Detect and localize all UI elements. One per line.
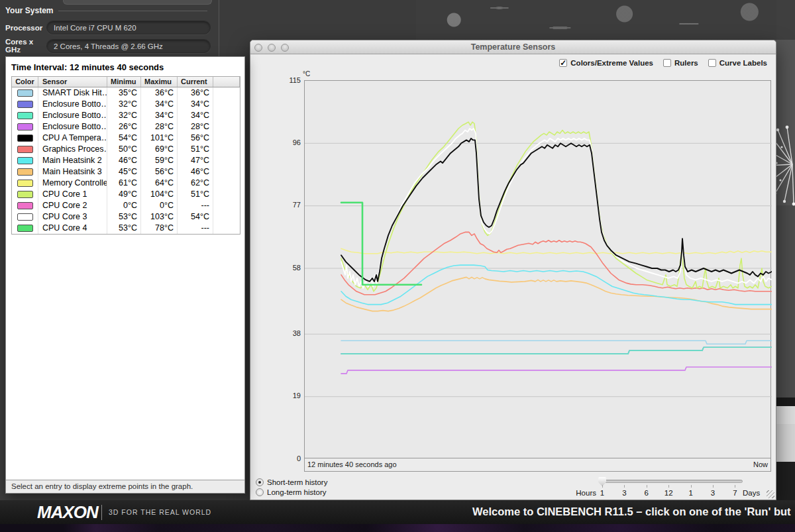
processor-value-field: Intel Core i7 CPU M 620 — [46, 21, 211, 34]
color-swatch — [17, 123, 33, 131]
filler-cell — [213, 211, 240, 223]
radio-selected-icon[interactable] — [256, 478, 264, 486]
table-row[interactable]: Main Heatsink 345°C56°C46°C — [12, 166, 240, 178]
radio-unselected-icon[interactable] — [256, 488, 264, 496]
your-system-label: Your System — [5, 6, 53, 15]
sensor-name: Graphics Proces… — [38, 144, 107, 155]
resize-grip[interactable] — [767, 490, 774, 498]
sensor-min: 26°C — [107, 121, 141, 133]
table-row[interactable]: SMART Disk Hit…35°C36°C36°C — [12, 87, 240, 99]
sensor-max: 101°C — [141, 133, 178, 144]
sensor-min: 53°C — [107, 223, 141, 234]
filler-cell — [213, 110, 240, 121]
slider-tick — [668, 485, 669, 488]
slider-tick-label: 6 — [640, 489, 653, 497]
sensor-color-cell — [12, 144, 38, 155]
table-row[interactable]: Graphics Proces…50°C69°C51°C — [12, 144, 240, 155]
table-row[interactable]: CPU Core 20°C0°C--- — [12, 200, 240, 211]
checked-checkbox-icon[interactable]: ✓ — [559, 59, 567, 67]
filler-cell — [213, 144, 240, 155]
column-header-minimum[interactable]: Minimu — [107, 77, 141, 87]
checkbox-label: Rulers — [674, 59, 698, 67]
column-header-current[interactable]: Current — [178, 77, 213, 87]
sensor-list-window: Time Interval: 12 minutes 40 seconds Col… — [5, 56, 245, 494]
y-tick-label: 0 — [277, 454, 301, 462]
column-header-color[interactable]: Color — [12, 77, 38, 87]
unchecked-checkbox-icon[interactable] — [663, 59, 671, 67]
checkbox-colors-extreme-values[interactable]: ✓Colors/Extreme Values — [559, 59, 653, 67]
sensor-color-cell — [12, 99, 38, 110]
series-memory-controller[interactable] — [341, 248, 772, 254]
series-cpu-core-1[interactable] — [341, 122, 772, 292]
time-range-slider-track[interactable] — [600, 480, 743, 483]
radio-long-term-history[interactable]: Long-term history — [256, 488, 326, 496]
series-enclosure-bottom-2[interactable] — [341, 347, 772, 354]
sensor-min: 54°C — [107, 133, 141, 144]
slider-tick — [691, 485, 692, 488]
color-swatch — [17, 180, 33, 187]
status-hint: Select an entry to display extreme point… — [6, 480, 244, 493]
desktop: Your System Processor Intel Core i7 CPU … — [0, 0, 795, 532]
sensor-current: --- — [178, 223, 213, 234]
series-smart-disk[interactable] — [341, 341, 772, 344]
series-enclosure-bottom-3[interactable] — [341, 367, 772, 374]
color-swatch — [17, 146, 33, 153]
y-axis-unit-label: °C — [303, 70, 310, 78]
series-cpu-core-3[interactable] — [341, 129, 772, 288]
table-row[interactable]: CPU Core 149°C104°C51°C — [12, 189, 240, 200]
table-row[interactable]: Main Heatsink 246°C59°C47°C — [12, 155, 240, 166]
table-row[interactable]: CPU A Tempera…54°C101°C56°C — [12, 133, 240, 144]
y-tick-label: 38 — [277, 329, 301, 337]
group-rule — [58, 11, 207, 11]
filler-cell — [213, 121, 240, 133]
color-swatch — [17, 112, 33, 119]
color-swatch — [17, 225, 33, 232]
color-swatch — [17, 101, 33, 108]
sensor-name: SMART Disk Hit… — [38, 87, 107, 99]
unchecked-checkbox-icon[interactable] — [708, 59, 716, 67]
column-header-sensor[interactable]: Sensor — [38, 77, 107, 87]
sensor-color-cell — [12, 166, 38, 178]
maxon-tagline: 3D FOR THE REAL WORLD — [109, 508, 211, 516]
window-title: Temperature Sensors — [250, 42, 776, 52]
column-header-maximum[interactable]: Maximu — [141, 77, 178, 87]
sensor-max: 0°C — [141, 200, 178, 211]
sensor-table-header[interactable]: Color Sensor Minimu Maximu Current — [12, 77, 240, 87]
checkbox-curve-labels[interactable]: Curve Labels — [708, 59, 767, 67]
filler-cell — [213, 133, 240, 144]
chart-options: ✓Colors/Extreme ValuesRulersCurve Labels — [559, 59, 767, 67]
color-swatch — [17, 168, 33, 176]
table-row[interactable]: Enclosure Botto…32°C34°C34°C — [12, 110, 240, 121]
table-row[interactable]: Enclosure Botto…32°C34°C34°C — [12, 99, 240, 110]
table-row[interactable]: Memory Controller61°C64°C62°C — [12, 178, 240, 189]
series-enclosure-bottom-1[interactable] — [341, 347, 772, 354]
logo-divider — [101, 505, 102, 520]
maxon-logo: MAXON — [37, 502, 98, 523]
table-row[interactable]: CPU Core 453°C78°C--- — [12, 223, 240, 234]
sensor-color-cell — [12, 200, 38, 211]
table-row[interactable]: CPU Core 353°C103°C54°C — [12, 211, 240, 223]
sensor-min: 49°C — [107, 189, 141, 200]
sensor-current: 62°C — [178, 178, 213, 189]
window-titlebar[interactable]: Temperature Sensors — [250, 40, 776, 54]
sensor-color-cell — [12, 178, 38, 189]
slider-tick-label: 3 — [617, 489, 631, 497]
radio-label: Long-term history — [267, 488, 326, 496]
radio-short-term-history[interactable]: Short-term history — [256, 478, 327, 486]
checkbox-rulers[interactable]: Rulers — [663, 59, 698, 67]
series-cpu-a-temperature[interactable] — [341, 138, 772, 282]
sensor-name: Enclosure Botto… — [38, 99, 107, 110]
x-axis-right-label: Now — [753, 460, 768, 468]
sensor-min: 35°C — [107, 87, 141, 99]
sensor-current: --- — [178, 200, 213, 211]
temperature-chart-plot[interactable] — [304, 80, 771, 458]
slider-tick — [624, 485, 625, 488]
slider-hours-caption: Hours — [567, 489, 596, 497]
sensor-color-cell — [12, 133, 38, 144]
wallpaper-damask-top — [416, 0, 795, 40]
sensor-current: 47°C — [178, 155, 213, 166]
table-row[interactable]: Enclosure Botto…26°C28°C28°C — [12, 121, 240, 133]
sensor-min: 0°C — [107, 200, 141, 211]
checkbox-label: Curve Labels — [719, 59, 767, 67]
sensor-name: Enclosure Botto… — [38, 110, 107, 121]
